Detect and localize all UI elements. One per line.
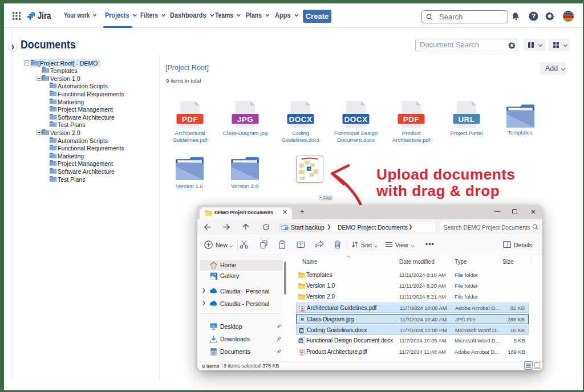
svg-text:?: ? (532, 13, 536, 19)
svg-text:PDF: PDF (403, 115, 420, 124)
svg-text:W: W (299, 339, 303, 343)
svg-text:DOCX: DOCX (289, 115, 312, 124)
svg-text:JPG: JPG (237, 115, 254, 124)
svg-text:W: W (299, 329, 303, 333)
svg-text:URL: URL (458, 115, 474, 124)
svg-text:DOCX: DOCX (344, 115, 367, 124)
svg-text:PDF: PDF (182, 115, 198, 124)
svg-text:3: 3 (308, 168, 310, 171)
